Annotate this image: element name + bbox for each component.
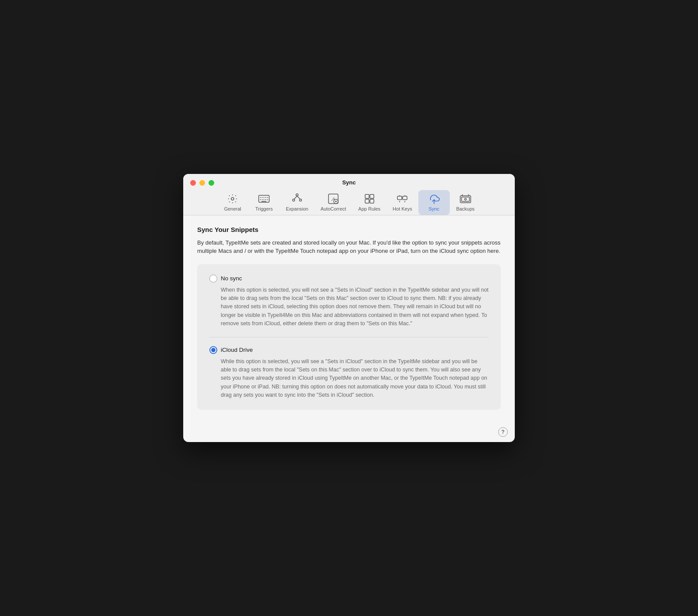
section-title: Sync Your Snippets <box>197 226 501 233</box>
tab-general[interactable]: General <box>217 190 248 215</box>
option-no-sync-header[interactable]: No sync <box>209 275 489 282</box>
tab-sync-label: Sync <box>429 206 439 211</box>
option-no-sync: No sync When this option is selected, yo… <box>209 275 489 328</box>
tab-app-rules-label: App Rules <box>358 206 380 211</box>
tab-hot-keys[interactable]: Hot Keys <box>387 190 418 215</box>
backups-icon <box>459 193 472 205</box>
gear-icon <box>226 193 239 205</box>
svg-rect-35 <box>462 197 469 201</box>
cloud-upload-icon <box>428 193 440 205</box>
main-content: Sync Your Snippets By default, TypeItMe … <box>183 215 515 424</box>
help-button[interactable]: ? <box>498 427 508 437</box>
svg-line-17 <box>297 196 300 199</box>
tab-expansion[interactable]: Expansion <box>280 190 314 215</box>
section-description: By default, TypeItMe sets are created an… <box>197 238 501 255</box>
close-button[interactable] <box>190 180 196 186</box>
svg-line-16 <box>294 196 297 199</box>
toolbar: General <box>215 190 482 215</box>
app-window: Sync General <box>183 174 515 442</box>
svg-rect-23 <box>365 194 369 198</box>
maximize-button[interactable] <box>209 180 214 186</box>
option-no-sync-desc: When this option is selected, you will n… <box>209 286 489 328</box>
tab-expansion-label: Expansion <box>286 206 308 211</box>
tab-hot-keys-label: Hot Keys <box>393 206 412 211</box>
svg-rect-25 <box>365 199 369 203</box>
tab-triggers-label: Triggers <box>255 206 273 211</box>
window-title: Sync <box>342 179 356 186</box>
svg-rect-27 <box>397 196 402 200</box>
minimize-button[interactable] <box>199 180 205 186</box>
svg-rect-28 <box>403 196 407 200</box>
option-no-sync-label: No sync <box>221 275 242 282</box>
radio-no-sync[interactable] <box>209 275 217 282</box>
svg-point-36 <box>465 198 466 200</box>
titlebar: Sync General <box>183 174 515 215</box>
tab-backups[interactable]: Backups <box>450 190 481 215</box>
options-container: No sync When this option is selected, yo… <box>197 264 501 410</box>
svg-point-0 <box>231 197 234 200</box>
tab-sync[interactable]: Sync <box>418 190 450 215</box>
radio-icloud[interactable] <box>209 346 217 354</box>
option-icloud-label: iCloud Drive <box>221 347 253 353</box>
svg-rect-24 <box>370 194 374 198</box>
svg-rect-26 <box>370 199 374 203</box>
window-footer: ? <box>183 424 515 442</box>
svg-point-13 <box>296 194 298 196</box>
hotkeys-icon <box>396 193 408 205</box>
option-icloud: iCloud Drive While this option is select… <box>209 346 489 400</box>
tab-app-rules[interactable]: App Rules <box>352 190 387 215</box>
tab-backups-label: Backups <box>456 206 475 211</box>
keyboard-icon <box>258 193 270 205</box>
tab-general-label: General <box>224 206 241 211</box>
tab-triggers[interactable]: Triggers <box>248 190 280 215</box>
app-rules-icon <box>363 193 376 205</box>
divider <box>209 337 489 337</box>
share-icon <box>291 193 303 205</box>
tab-autocorrect-label: AutoCorrect <box>321 206 346 211</box>
tab-autocorrect[interactable]: A AutoCorrect <box>315 190 352 215</box>
traffic-lights <box>190 180 214 186</box>
option-icloud-desc: While this option is selected, you will … <box>209 357 489 400</box>
option-icloud-header[interactable]: iCloud Drive <box>209 346 489 354</box>
autocorrect-icon: A <box>327 193 339 205</box>
